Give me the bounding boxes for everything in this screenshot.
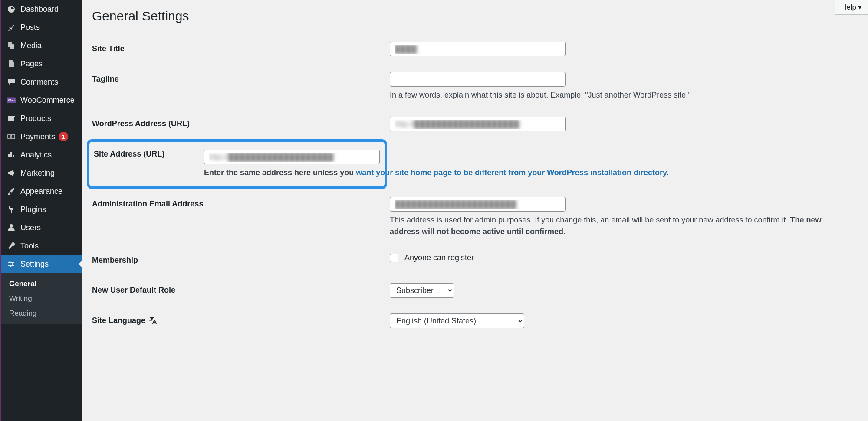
sidebar-item-pages[interactable]: Pages: [1, 55, 82, 73]
row-admin-email: Administration Email Address This addres…: [92, 189, 858, 245]
admin-email-description: This address is used for admin purposes.…: [390, 214, 853, 238]
svg-point-10: [10, 265, 12, 267]
sidebar-item-label: Settings: [20, 260, 49, 269]
row-wp-address: WordPress Address (URL): [92, 109, 858, 139]
site-address-label: Site Address (URL): [94, 150, 164, 158]
tagline-label: Tagline: [92, 64, 385, 109]
sidebar-item-comments[interactable]: Comments: [1, 73, 82, 91]
membership-checkbox-wrap[interactable]: Anyone can register: [390, 253, 474, 262]
payments-badge: 1: [59, 132, 68, 141]
user-icon: [7, 223, 16, 232]
sidebar-item-label: Marketing: [20, 169, 55, 178]
row-site-address: Site Address (URL) Enter the same addres…: [92, 139, 858, 189]
site-title-label: Site Title: [92, 34, 385, 64]
sidebar-item-label: WooCommerce: [20, 96, 75, 105]
sidebar-item-tools[interactable]: Tools: [1, 237, 82, 255]
tagline-description: In a few words, explain what this site i…: [390, 89, 853, 101]
submenu-item-general[interactable]: General: [1, 277, 82, 291]
membership-checkbox-label: Anyone can register: [404, 253, 474, 262]
site-address-input[interactable]: [204, 150, 380, 164]
main-content: Help ▾ General Settings Site Title Tagli…: [82, 0, 868, 421]
svg-point-4: [10, 224, 13, 228]
sidebar-item-label: Media: [20, 41, 42, 50]
plug-icon: [7, 205, 16, 214]
sidebar-item-dashboard[interactable]: Dashboard: [1, 0, 82, 18]
sidebar-item-plugins[interactable]: Plugins: [1, 200, 82, 219]
sidebar-item-label: Users: [20, 223, 41, 232]
wp-address-input[interactable]: [390, 117, 566, 131]
admin-sidebar: Dashboard Posts Media Pages Comments Woo…: [0, 0, 82, 421]
submenu-item-reading[interactable]: Reading: [1, 306, 82, 321]
default-role-label: New User Default Role: [92, 275, 385, 306]
comment-icon: [7, 77, 16, 87]
sidebar-item-label: Pages: [20, 59, 43, 69]
membership-checkbox[interactable]: [390, 254, 398, 262]
wp-address-label: WordPress Address (URL): [92, 109, 385, 139]
sidebar-item-settings[interactable]: Settings: [1, 255, 82, 273]
row-tagline: Tagline In a few words, explain what thi…: [92, 64, 858, 109]
woocommerce-icon: Woo: [7, 95, 16, 105]
sidebar-item-marketing[interactable]: Marketing: [1, 164, 82, 182]
pin-icon: [7, 23, 16, 32]
translate-icon: [149, 316, 159, 326]
row-site-title: Site Title: [92, 34, 858, 64]
sidebar-item-label: Analytics: [20, 150, 52, 160]
settings-form: Site Title Tagline In a few words, expla…: [92, 34, 858, 336]
sidebar-item-appearance[interactable]: Appearance: [1, 182, 82, 200]
dashboard-icon: [7, 4, 16, 14]
default-role-select[interactable]: Subscriber: [390, 283, 454, 298]
help-tab[interactable]: Help ▾: [835, 0, 868, 15]
sidebar-item-products[interactable]: Products: [1, 109, 82, 127]
sidebar-item-woocommerce[interactable]: Woo WooCommerce: [1, 91, 82, 109]
wrench-icon: [7, 241, 16, 251]
page-icon: [7, 59, 16, 69]
sidebar-item-label: Posts: [20, 23, 40, 32]
site-language-select[interactable]: English (United States): [390, 313, 524, 328]
tagline-input[interactable]: [390, 72, 566, 87]
sidebar-item-label: Products: [20, 114, 51, 123]
help-tab-label: Help: [841, 3, 856, 12]
megaphone-icon: [7, 168, 16, 178]
analytics-icon: [7, 150, 16, 160]
row-site-language: Site Language English (United States): [92, 306, 858, 336]
site-address-help-link[interactable]: want your site home page to be different…: [356, 168, 666, 177]
media-icon: [7, 41, 16, 50]
sidebar-item-label: Appearance: [20, 187, 62, 196]
payments-icon: $: [7, 132, 16, 141]
admin-email-label: Administration Email Address: [92, 189, 385, 245]
chevron-down-icon: ▾: [858, 3, 862, 12]
site-language-label: Site Language: [92, 306, 385, 336]
row-default-role: New User Default Role Subscriber: [92, 275, 858, 306]
site-address-description: Enter the same address here unless you w…: [204, 167, 669, 179]
svg-point-8: [9, 261, 11, 263]
sidebar-item-payments[interactable]: $ Payments 1: [1, 127, 82, 146]
svg-point-9: [12, 263, 13, 265]
admin-email-input[interactable]: [390, 197, 566, 212]
sidebar-item-label: Tools: [20, 242, 39, 251]
settings-submenu: General Writing Reading: [1, 273, 82, 324]
sidebar-item-label: Comments: [20, 78, 58, 87]
sidebar-item-posts[interactable]: Posts: [1, 18, 82, 36]
sidebar-item-label: Payments: [20, 132, 55, 141]
sidebar-item-analytics[interactable]: Analytics: [1, 146, 82, 164]
svg-text:$: $: [10, 134, 12, 139]
membership-label: Membership: [92, 245, 385, 275]
submenu-item-writing[interactable]: Writing: [1, 291, 82, 306]
sidebar-item-users[interactable]: Users: [1, 219, 82, 237]
brush-icon: [7, 186, 16, 196]
row-membership: Membership Anyone can register: [92, 245, 858, 275]
settings-icon: [7, 259, 16, 269]
page-title: General Settings: [92, 9, 858, 23]
sidebar-item-media[interactable]: Media: [1, 36, 82, 55]
sidebar-item-label: Plugins: [20, 205, 46, 214]
site-title-input[interactable]: [390, 42, 566, 56]
archive-icon: [7, 114, 16, 123]
svg-text:Woo: Woo: [8, 98, 15, 102]
sidebar-item-label: Dashboard: [20, 5, 59, 14]
